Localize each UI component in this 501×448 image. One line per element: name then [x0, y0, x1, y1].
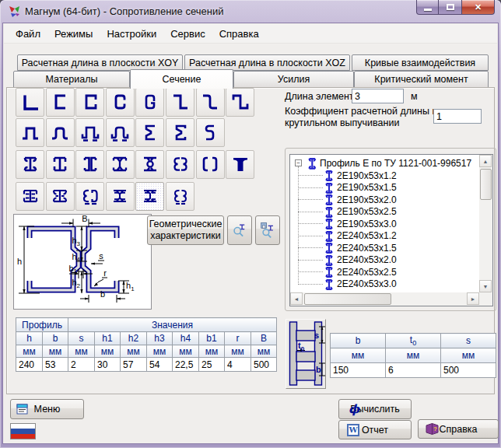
section-button-comp-sigma-pair2[interactable]: [135, 182, 164, 211]
tab-row1-2[interactable]: Кривые взаимодействия: [352, 54, 489, 71]
section-button-sigma-pair[interactable]: [106, 150, 135, 179]
batten-value-0[interactable]: 150: [331, 363, 386, 378]
compute-button[interactable]: ϕ Вычислить: [338, 399, 412, 419]
tree-item-5[interactable]: 2Е240х53х1.2: [337, 230, 397, 242]
close-button[interactable]: ✕: [461, 0, 495, 15]
tab-0[interactable]: Материалы: [13, 71, 130, 88]
section-button-comp-s-pair[interactable]: [166, 182, 194, 211]
section-button-sigma-s[interactable]: [196, 118, 225, 147]
menu-item-2[interactable]: Настройки: [100, 25, 163, 43]
section-button-tee[interactable]: [226, 150, 254, 179]
menu-button[interactable]: Меню: [10, 399, 84, 419]
tree-item-4[interactable]: 2Е190х53х3.0: [337, 218, 397, 229]
tree-item-8[interactable]: 2Е240х53х2.5: [337, 266, 397, 278]
menu-item-1[interactable]: Режимы: [47, 25, 100, 43]
vscroll-thumb[interactable]: [480, 169, 492, 200]
batten-value-1[interactable]: 6: [386, 363, 441, 378]
dims-value-B[interactable]: 500: [251, 358, 277, 372]
diagram-label-h: h: [17, 257, 22, 266]
profile-tree[interactable]: −Профиль Е по ТУ 1121-001-9965172Е190х53…: [289, 154, 493, 306]
tree-item-9[interactable]: 2Е240х53х3.0: [337, 278, 397, 290]
title-bar[interactable]: Магнум (64-бит) - Сопротивление сечений …: [0, 0, 501, 23]
tree-item-2[interactable]: 2Е190х53х2.0: [337, 194, 397, 205]
tree-item-6[interactable]: 2Е240х53х1.5: [337, 242, 397, 254]
dims-value-h2[interactable]: 57: [121, 358, 147, 372]
tree-item-3[interactable]: 2Е190х53х2.5: [337, 206, 397, 218]
section-button-hat-round[interactable]: [46, 118, 75, 147]
section-button-sigma-pair-ring[interactable]: [135, 150, 164, 179]
hscroll-thumb[interactable]: [304, 293, 391, 305]
menu-item-4[interactable]: Справка: [212, 25, 266, 43]
section-button-box-pair[interactable]: [196, 150, 225, 179]
scroll-up-button[interactable]: ▲: [479, 155, 492, 167]
save-characteristics-button[interactable]: [255, 215, 280, 245]
ibeam-profile-icon: [324, 266, 334, 278]
section-button-comp-ibeam-round[interactable]: [46, 182, 75, 211]
section-button-angle[interactable]: [16, 88, 44, 117]
tab-row1-0[interactable]: Расчетная длина в плоскости XOY: [17, 54, 183, 71]
section-button-channels-out[interactable]: [75, 150, 104, 179]
section-button-ibeam-lips[interactable]: [46, 150, 75, 179]
tree-hscrollbar[interactable]: ◄►: [290, 292, 479, 306]
batten-value-2[interactable]: 500: [441, 363, 496, 378]
minimize-button[interactable]: [416, 0, 439, 15]
maximize-button[interactable]: [439, 0, 461, 15]
tree-vscrollbar[interactable]: ▲▼: [479, 155, 492, 292]
section-button-channel-hook[interactable]: [135, 88, 164, 117]
section-button-hat[interactable]: [16, 118, 44, 147]
scroll-down-button[interactable]: ▼: [479, 280, 492, 292]
section-button-channel[interactable]: [46, 88, 75, 117]
tree-item-1[interactable]: 2Е190х53х1.5: [337, 182, 397, 194]
menu-item-0[interactable]: Файл: [9, 25, 47, 43]
tree-expander-icon[interactable]: −: [295, 159, 302, 166]
dims-value-h1[interactable]: 30: [95, 358, 121, 372]
dims-value-h4[interactable]: 22,5: [173, 358, 199, 372]
section-button-hat-round-lips[interactable]: [106, 118, 135, 147]
section-button-zee[interactable]: [166, 88, 194, 117]
tab-active-1[interactable]: Сечение: [130, 69, 233, 89]
section-button-channel-round[interactable]: [106, 88, 135, 117]
sigma-icon: [140, 123, 160, 143]
dims-col-b1: b1: [199, 332, 225, 345]
zee-round-icon: [200, 93, 220, 113]
dims-value-h3[interactable]: 54: [147, 358, 173, 372]
length-label: Длина элемента: [285, 91, 359, 102]
section-button-zee-round[interactable]: [196, 88, 225, 117]
section-button-ibeam[interactable]: [16, 150, 44, 179]
tree-item-7[interactable]: 2Е240х53х2.0: [337, 254, 397, 266]
tree-item-0[interactable]: 2Е190х53х1.2: [337, 170, 397, 181]
geometric-characteristics-button[interactable]: Геометрические характеристики: [147, 215, 224, 245]
dims-value-r[interactable]: 4: [225, 358, 251, 372]
dims-value-b1[interactable]: 25: [199, 358, 225, 372]
svg-text:?: ?: [433, 425, 437, 432]
tab-row1-1[interactable]: Расчетная длина в плоскости XOZ: [184, 54, 350, 71]
scroll-right-button[interactable]: ►: [467, 292, 479, 305]
section-button-s-pair[interactable]: [166, 150, 194, 179]
help-button[interactable]: ? Справка: [418, 419, 499, 439]
scroll-left-button[interactable]: ◄: [290, 292, 303, 305]
maximize-icon: [447, 4, 454, 10]
section-button-comp-ibeam[interactable]: [16, 182, 44, 211]
section-button-comp-s-channel[interactable]: [75, 182, 104, 211]
section-button-sigma[interactable]: [135, 118, 164, 147]
coef-input[interactable]: [433, 109, 482, 124]
dims-value-b[interactable]: 53: [43, 358, 68, 372]
dims-col-B: B: [251, 332, 277, 345]
tree-guide-stub: [298, 187, 323, 188]
section-button-hat-lips[interactable]: [75, 118, 104, 147]
view-characteristics-button[interactable]: [227, 215, 252, 245]
section-button-channel-lips[interactable]: [75, 88, 104, 117]
tab-2[interactable]: Усилия: [233, 71, 354, 88]
section-button-zee-lips[interactable]: [226, 88, 254, 117]
dims-value-h[interactable]: 240: [16, 358, 43, 372]
section-button-sigma-hook[interactable]: [166, 118, 194, 147]
dims-col-h1: h1: [95, 332, 121, 345]
report-button[interactable]: W Отчет: [338, 420, 412, 439]
dims-value-s[interactable]: 2: [68, 358, 95, 372]
tree-root-item[interactable]: Профиль Е по ТУ 1121-001-996517: [320, 157, 471, 169]
menu-item-3[interactable]: Сервис: [163, 25, 212, 43]
tab-3[interactable]: Критический момент: [354, 71, 489, 88]
batten-unit-1: мм: [386, 348, 441, 363]
length-input[interactable]: [352, 89, 404, 103]
section-button-comp-sigma-pair[interactable]: [106, 182, 135, 211]
